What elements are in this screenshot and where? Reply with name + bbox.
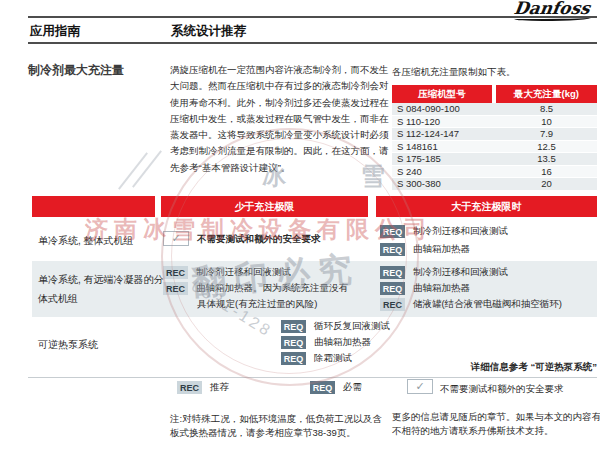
requirement-text: 曲轴箱加热器。因为系统充注量没有 xyxy=(196,282,348,295)
charge-table-header-max: 最大充注量(kg) xyxy=(496,85,597,103)
req-badge: REQ xyxy=(380,225,405,238)
system-label-row3: 可逆热泵系统 xyxy=(38,338,98,352)
paragraph-line: 使用寿命不利。此外，制冷剂过多还会使蒸发过程在 xyxy=(170,95,395,111)
requirement-text-continuation: 具体规定(有充注过量的风险) xyxy=(197,298,317,311)
header-rule-bottom xyxy=(28,42,597,44)
document-page: Danfoss 应用指南 系统设计推荐 制冷剂最大充注量 涡旋压缩机在一定范围内… xyxy=(0,0,600,450)
requirement-text: 制冷剂迁移和回液测试 xyxy=(196,266,291,279)
footnote-line: 板式换热器情况，请参考相应章节38-39页。 xyxy=(170,426,382,440)
table-row: S 110-12010 xyxy=(392,116,597,129)
detail-reference-note: 详细信息参考 “可逆热泵系统” xyxy=(471,361,597,374)
legend-separator xyxy=(28,377,597,378)
req-badge: REQ xyxy=(380,243,405,256)
max-charge-cell: 10 xyxy=(496,116,597,128)
max-charge-cell: 8.5 xyxy=(496,103,597,115)
requirement-item: REC储液罐(结合液管电磁阀和抽空循环) xyxy=(380,298,562,311)
rec-badge: REC xyxy=(177,381,202,394)
model-cell: S 240 xyxy=(392,166,492,178)
legend-req-label: 必需 xyxy=(343,381,362,394)
max-charge-cell: 16 xyxy=(496,166,597,178)
footnote-line: 不相符的地方请联系丹佛斯技术支持。 xyxy=(392,424,600,438)
legend-checkbox: ✓ xyxy=(407,379,433,394)
requirement-text: 曲轴箱加热器 xyxy=(413,243,470,256)
matrix-header-less: 少于充注极限 xyxy=(161,196,368,217)
legend-rec-label: 推荐 xyxy=(210,381,229,394)
footnote-line: 更多的信息请见随后的章节。如果与本文的内容有 xyxy=(392,410,600,424)
model-cell: S 110-120 xyxy=(392,116,492,128)
intro-paragraph: 涡旋压缩机在一定范围内容许液态制冷剂，而不发生 大问题。然而在压缩机中存有过多的… xyxy=(170,62,395,176)
requirement-item: REQ曲轴箱加热器 xyxy=(380,282,470,295)
legend-rec: REC推荐 xyxy=(177,381,229,394)
requirement-text: 制冷剂迁移和回液测试 xyxy=(413,266,508,279)
paragraph-line: 蒸发器中。这将导致系统制冷量变小系统设计时必须 xyxy=(170,127,395,143)
section-title: 制冷剂最大充注量 xyxy=(28,62,124,79)
model-cell: S 300-380 xyxy=(392,178,492,190)
header-rule-top xyxy=(28,16,597,18)
requirement-item: REC曲轴箱加热器。因为系统充注量没有 xyxy=(163,282,348,295)
matrix-header-spacer xyxy=(32,196,155,217)
table-row: S 112-124-1477.9 xyxy=(392,128,597,141)
checkbox: ✓ xyxy=(163,231,189,246)
rec-badge: REC xyxy=(163,266,188,279)
watermark-slash xyxy=(132,150,162,187)
rec-badge: REC xyxy=(380,298,405,311)
requirement-item: REQ制冷剂迁移和回液测试 xyxy=(380,225,508,238)
legend-check-label: 不需要测试和额外的安全要求 xyxy=(440,383,564,396)
max-charge-cell: 20 xyxy=(496,178,597,190)
model-cell: S 084-090-100 xyxy=(392,103,492,115)
req-badge: REQ xyxy=(380,282,405,295)
system-label-row2-line2: 体式机组 xyxy=(38,292,78,306)
model-cell: S 148161 xyxy=(392,141,492,153)
requirement-item: REQ循环反复回液测试 xyxy=(281,320,390,333)
paragraph-line: 压缩机中发生，或蒸发过程在吸气管中发生，而非在 xyxy=(170,111,395,127)
requirement-item: REQ曲轴箱加热器 xyxy=(281,336,371,349)
table-row: S 084-090-1008.5 xyxy=(392,103,597,116)
requirement-item: REQ除霜测试 xyxy=(281,352,352,365)
table-row: S 24016 xyxy=(392,166,597,179)
requirement-text: 曲轴箱加热器 xyxy=(314,336,371,349)
table-row: S 300-38020 xyxy=(392,178,597,191)
charge-table-header: 压缩机型号 最大充注量(kg) xyxy=(392,85,597,103)
requirement-text: 曲轴箱加热器 xyxy=(413,282,470,295)
max-charge-cell: 13.5 xyxy=(496,153,597,165)
charge-table: 压缩机型号 最大充注量(kg) S 084-090-1008.5 S 110-1… xyxy=(392,85,597,191)
table-row: S 175-18513.5 xyxy=(392,153,597,166)
charge-table-intro: 各压缩机充注量限制如下表。 xyxy=(392,66,516,79)
paragraph-line: 考虑到制冷剂流量是有限制的。因此，在这方面，请 xyxy=(170,143,395,159)
footnote-right: 更多的信息请见随后的章节。如果与本文的内容有 不相符的地方请联系丹佛斯技术支持。 xyxy=(392,410,600,438)
matrix-header-greater: 大于充注极限时 xyxy=(376,196,597,217)
charge-table-header-model: 压缩机型号 xyxy=(392,85,492,103)
requirement-text: 制冷剂迁移和回液测试 xyxy=(413,225,508,238)
requirement-item: REQ曲轴箱加热器 xyxy=(380,243,470,256)
model-cell: S 175-185 xyxy=(392,153,492,165)
footnote-line: 注:对特殊工况，如低环境温度，低负荷工况以及含 xyxy=(170,412,382,426)
paragraph-line: 先参考“基本管路设计建议”。 xyxy=(170,160,395,176)
requirement-text: 循环反复回液测试 xyxy=(314,320,390,333)
legend-req: REQ必需 xyxy=(310,381,362,394)
doc-type-label: 应用指南 xyxy=(30,23,80,40)
rec-badge: REC xyxy=(163,282,188,295)
requirement-text: 储液罐(结合液管电磁阀和抽空循环) xyxy=(413,298,562,311)
check-icon: ✓ xyxy=(171,232,180,245)
no-test-text: 不需要测试和额外的安全要求 xyxy=(197,233,321,246)
requirement-item: REQ制冷剂迁移和回液测试 xyxy=(380,266,508,279)
system-label-row1: 单冷系统, 整体式机组 xyxy=(38,234,134,248)
doc-section-label: 系统设计推荐 xyxy=(171,23,246,40)
check-icon: ✓ xyxy=(415,380,424,393)
table-row: S 14816112.5 xyxy=(392,141,597,154)
max-charge-cell: 12.5 xyxy=(496,141,597,153)
watermark-slash xyxy=(118,152,148,189)
req-badge: REQ xyxy=(281,336,306,349)
req-badge: REQ xyxy=(380,266,405,279)
footnote-left: 注:对特殊工况，如低环境温度，低负荷工况以及含 板式换热器情况，请参考相应章节3… xyxy=(170,412,382,440)
requirement-item: 不需要测试和额外的安全要求 xyxy=(197,233,321,246)
paragraph-line: 涡旋压缩机在一定范围内容许液态制冷剂，而不发生 xyxy=(170,62,395,78)
model-cell: S 112-124-147 xyxy=(392,128,492,140)
system-label-row2-line1: 单冷系统, 有远端冷凝器的分 xyxy=(38,273,164,287)
req-badge: REQ xyxy=(310,381,335,394)
paragraph-line: 大问题。然而在压缩机中存有过多的液态制冷剂会对 xyxy=(170,78,395,94)
requirement-text: 除霜测试 xyxy=(314,352,352,365)
req-badge: REQ xyxy=(281,320,306,333)
max-charge-cell: 7.9 xyxy=(496,128,597,140)
requirement-item: REC制冷剂迁移和回液测试 xyxy=(163,266,291,279)
